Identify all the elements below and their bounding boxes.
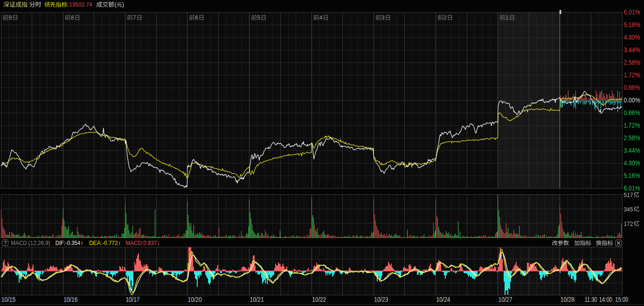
svg-text:6.01%: 6.01% [623, 8, 640, 16]
svg-text:5.16%: 5.16% [623, 172, 640, 179]
svg-text:4.30%: 4.30% [623, 159, 640, 167]
svg-text:4.30%: 4.30% [623, 34, 640, 41]
svg-text:10/15: 10/15 [1, 296, 15, 303]
svg-text:1.72%: 1.72% [623, 71, 640, 79]
svg-text:8: 8 [71, 14, 74, 21]
svg-text:?: ? [4, 240, 7, 245]
svg-text:3: 3 [381, 14, 385, 21]
svg-text:10/22: 10/22 [312, 296, 326, 303]
svg-text:1.72%: 1.72% [623, 122, 640, 129]
svg-text:14:00: 14:00 [599, 296, 613, 303]
svg-text:10/23: 10/23 [374, 296, 388, 303]
svg-text:5.16%: 5.16% [623, 21, 640, 28]
svg-text:10/28: 10/28 [561, 296, 575, 303]
svg-text:10/16: 10/16 [63, 296, 77, 303]
svg-text:7: 7 [133, 14, 136, 21]
svg-text:DEA:-0.772: DEA:-0.772 [89, 240, 118, 246]
svg-text:5: 5 [257, 14, 261, 21]
svg-text:6: 6 [195, 14, 198, 21]
svg-text:10/24: 10/24 [436, 296, 450, 303]
svg-text:↑: ↑ [118, 240, 121, 246]
svg-text:1: 1 [506, 14, 509, 21]
svg-text:DIF:-0.354: DIF:-0.354 [55, 240, 80, 246]
svg-text:10/20: 10/20 [188, 296, 202, 303]
svg-text:0.00%: 0.00% [623, 96, 640, 104]
svg-text:3.44%: 3.44% [623, 46, 640, 54]
svg-text:↓: ↓ [157, 240, 160, 246]
svg-text:2.58%: 2.58% [623, 59, 640, 66]
svg-text:10/21: 10/21 [250, 296, 264, 303]
svg-text:10/17: 10/17 [125, 296, 139, 303]
svg-text:(: ( [115, 1, 117, 8]
svg-text:517: 517 [623, 192, 633, 198]
svg-text:0.86%: 0.86% [623, 84, 640, 91]
svg-text:3.44%: 3.44% [623, 147, 640, 154]
svg-text:): ) [122, 1, 124, 8]
svg-text:6.01%: 6.01% [623, 184, 640, 192]
svg-text:4: 4 [319, 14, 323, 21]
svg-text:2.58%: 2.58% [623, 134, 640, 142]
svg-text:9: 9 [9, 14, 12, 21]
svg-text::: : [67, 1, 69, 8]
svg-text:345: 345 [623, 206, 633, 213]
svg-text:0.86%: 0.86% [623, 109, 640, 116]
svg-text:MACD (12,26,9): MACD (12,26,9) [11, 240, 50, 246]
svg-text:↑: ↑ [81, 240, 83, 246]
svg-text:2: 2 [443, 14, 447, 21]
svg-text:11:30: 11:30 [585, 296, 597, 303]
svg-text:172: 172 [623, 221, 633, 227]
svg-text:13502.74: 13502.74 [69, 1, 92, 8]
svg-text:10/27: 10/27 [499, 296, 512, 303]
svg-text:MACD:0.837: MACD:0.837 [126, 240, 157, 246]
svg-text:15:00: 15:00 [615, 296, 629, 303]
